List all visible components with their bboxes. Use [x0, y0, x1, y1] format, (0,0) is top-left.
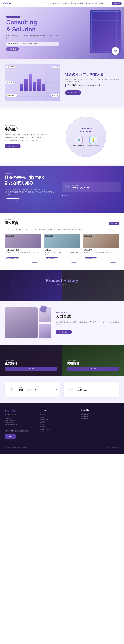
- scroll-dot-1: [60, 55, 61, 56]
- footer-logo: abilica: [5, 409, 36, 413]
- footer-links: アビリカについて 事業紹介 製作事例 Product History 人財育成 …: [40, 409, 119, 439]
- consulting-item-electronics: 💡 Electronics Design: [88, 136, 99, 146]
- cta-download-sub: ダウンロード: [19, 387, 53, 389]
- footer-link-poss3[interactable]: Possibiliam03: [81, 418, 119, 419]
- hr-text: 社会に貢献の思いを持って 挑戦スキルを通じ社会に 貢献するビジネス/エンジニアを…: [56, 321, 119, 326]
- card-text-2: 静音エンジン・タッチポネル・Bluetooth 等の機能を取り入れた...: [45, 252, 79, 256]
- company-title: 企業情報: [5, 361, 57, 366]
- mechanical-design-icon: ⚙️: [75, 136, 83, 144]
- footer-link-recruit[interactable]: 採用情報: [40, 426, 78, 428]
- step-title: 未来をつかむ技術職: [72, 186, 89, 189]
- cert-isms: ISMS: [10, 430, 15, 432]
- nav-company[interactable]: 企業情報: [85, 2, 90, 4]
- mirai-step-1: 01. Our Partner 未来をつかむ技術職: [62, 182, 121, 192]
- cert-iso: ISO: [5, 430, 9, 432]
- business-circle-area: Consulting & Solution ⚙️ Mechanical Desi…: [53, 116, 119, 157]
- hero-circuit-image: [90, 10, 121, 53]
- logo[interactable]: abilica: [3, 2, 11, 5]
- circuit-deco: [91, 12, 119, 52]
- city-tag-souko: 倉庫: [52, 66, 59, 68]
- nav-works[interactable]: 製作事例: [70, 2, 76, 4]
- about-title: 社会のインフラを支える: [65, 72, 119, 77]
- works-title-area: Our Works 製作事例: [5, 219, 18, 225]
- footer-link-poss2[interactable]: Possibiliam02: [81, 416, 119, 417]
- footer-link-business[interactable]: 事業紹介: [40, 414, 78, 416]
- footer-tag: 約束: [5, 434, 16, 439]
- hr-photo-side-bottom: [39, 324, 51, 338]
- about-content: About Abilica 社会のインフラを支える 機械・電気・電子・ソフトウェ…: [65, 70, 119, 95]
- contact-nav-button[interactable]: お問い合わせ: [112, 2, 121, 5]
- footer-link-works[interactable]: 製作事例: [40, 416, 78, 418]
- card-more-1[interactable]: View More →: [5, 261, 41, 264]
- about-more-button[interactable]: 詳しくはこちら: [65, 90, 81, 95]
- card-image-3: 製作事例紹介: [83, 234, 119, 248]
- mirai-pagination: [62, 195, 121, 196]
- hero-more-button[interactable]: 一覧を見る: [6, 47, 19, 51]
- about-catchphrase: 「設計開発エンジニアリング会社」です。: [65, 84, 119, 87]
- card-badge-1: 製作事例紹介: [6, 234, 14, 237]
- recruit-more-button[interactable]: 一覧を見る: [67, 367, 119, 371]
- city-tag-kurashi: 暮らし: [51, 94, 59, 96]
- card-more-2[interactable]: View More →: [44, 261, 80, 264]
- works-cards: 製作事例紹介 自動制御シリ事例 機械設計からハードウェア制御 までのシステム開発…: [5, 234, 119, 264]
- footer-link-company[interactable]: 企業情報: [40, 424, 78, 425]
- footer-link-poss1[interactable]: Possibiliam01: [81, 414, 119, 415]
- electronics-label: Electronics Design: [88, 145, 99, 146]
- card-tag-2[interactable]: 製作事例詳細はこちら: [45, 257, 58, 260]
- nav-about[interactable]: 会社概要: [77, 2, 83, 4]
- nav-tvcm[interactable]: TVCMについて: [52, 2, 62, 4]
- footer-link-download[interactable]: 資料ダウンロード: [40, 428, 78, 430]
- works-more-button[interactable]: 一覧を見る: [109, 222, 119, 225]
- card-title-2: 多機能ロボット カテゴラー: [45, 249, 79, 251]
- footer-top: abilica 株式会社アビリカ 〒160-0023 東京都新宿区西新宿1-14…: [5, 409, 119, 439]
- product-history-bg-deco: [0, 270, 124, 301]
- mirai-text: アビリカは、世界の機会に貢献し業界上げ行く専門の 人材で、新しいエリアでも最高品…: [5, 188, 54, 196]
- company-more-button[interactable]: 一覧を見る: [5, 367, 57, 371]
- footer-bottom: Copyright © abilica All Rights Reserved.…: [5, 444, 119, 448]
- mirai-more-button[interactable]: 詳しくはこちら: [5, 198, 21, 203]
- nav-recruit[interactable]: 採用情報: [92, 2, 97, 4]
- footer-privacy-link[interactable]: プライバシーポリシー: [107, 446, 119, 448]
- card-title-1: 自動制御シリ事例: [6, 249, 40, 251]
- mirai-content: Our Partner 社会の未来、共に築く 新たな取り組み アビリカは、世界の…: [0, 166, 59, 212]
- recruit-label: # About Abilica: [67, 360, 119, 361]
- consulting-center: Consulting & Solution ⚙️ Mechanical Desi…: [73, 127, 99, 146]
- nav-download[interactable]: 資料ダウンロード: [99, 2, 110, 4]
- cta-contact[interactable]: ✉️ コンタクト お問い合わせ ›: [64, 382, 119, 397]
- product-history-accent: Product: [46, 278, 62, 283]
- mechanical-label: Mechanical Design: [73, 145, 84, 146]
- card-tag-3[interactable]: 製作事例詳細はこちら: [84, 257, 97, 260]
- business-section: Our Business 事業紹介 機械設計・電気・電子・ソフトウェアなど、 こ…: [0, 110, 124, 163]
- footer-link-hr[interactable]: 人財育成: [40, 421, 78, 423]
- card-badge-2: 製作事例紹介: [45, 234, 53, 237]
- company-label: # About Abilica: [5, 360, 57, 361]
- footer-col-2-title: Possibiliam: [81, 409, 119, 412]
- card-body-3: 組込み事例 機械設計からハードウェア制御 までのシステム開発について 製作事例詳…: [83, 248, 119, 262]
- card-tag-1[interactable]: 製作事例詳細はこちら: [6, 257, 19, 260]
- mirai-dot-3[interactable]: [66, 195, 68, 196]
- about-description: 機械・電気・電子・ソフトウェアの 設計開発・コンサルティングと、 派遣専門のビジ…: [65, 78, 119, 83]
- footer-col-2: Possibiliam Possibiliam01 Possibiliam02 …: [81, 409, 119, 439]
- hero-promise-tag: 約束: [112, 47, 119, 55]
- business-more-button[interactable]: 詳しくはこちら: [5, 144, 21, 148]
- hero-subtitle: TVCMは自動車も最新型メカトロニクスで提供できる 設計開発エンジニアリング会社…: [6, 35, 59, 40]
- hr-more-button[interactable]: 詳しくはこちら: [56, 330, 72, 334]
- consulting-circle-title: Consulting & Solution: [73, 127, 99, 133]
- footer-link-history[interactable]: Product History: [40, 419, 78, 420]
- cta-section: 📄 ダウンロード 資料ダウンロード › ✉️ コンタクト お問い合わせ ›: [0, 376, 124, 403]
- card-image-2: 製作事例紹介: [44, 234, 80, 248]
- hr-photo-main: [5, 308, 38, 338]
- card-more-3[interactable]: View More →: [83, 261, 119, 264]
- mirai-dot-2[interactable]: [64, 195, 65, 196]
- hero-hours: 受付時間：平日9:00〜18:00: [21, 43, 37, 45]
- cta-download-content: ダウンロード 資料ダウンロード: [19, 387, 53, 392]
- footer-link-contact[interactable]: お問い合わせ: [40, 431, 78, 433]
- cta-download[interactable]: 📄 ダウンロード 資料ダウンロード ›: [5, 382, 60, 397]
- consulting-items: ⚙️ Mechanical Design 💡 Electronics Desig…: [73, 136, 99, 146]
- works-card-2: 製作事例紹介 多機能ロボット カテゴラー 静音エンジン・タッチポネル・Bluet…: [44, 234, 80, 264]
- city-tag-seisan: 生産設備: [6, 66, 16, 68]
- nav-business[interactable]: 事業紹介: [63, 2, 69, 4]
- cert-lumdia: LUMDIA: [23, 430, 29, 432]
- mirai-dot-1[interactable]: [62, 195, 63, 196]
- about-section-label: About Abilica: [65, 70, 119, 72]
